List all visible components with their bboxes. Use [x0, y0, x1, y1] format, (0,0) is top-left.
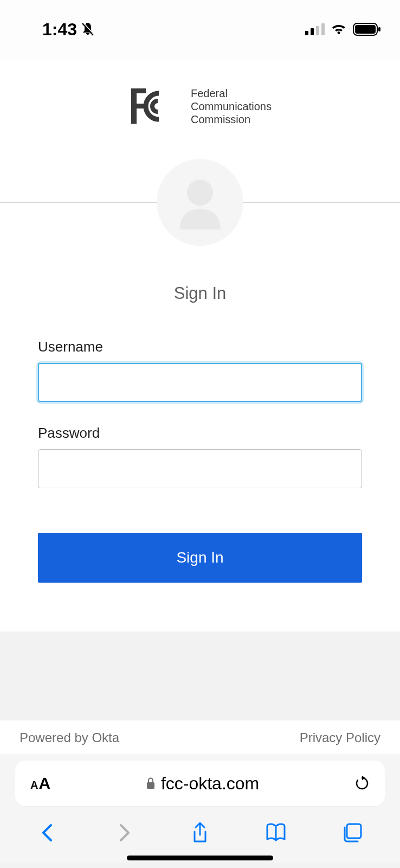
share-icon [188, 821, 212, 845]
svg-rect-8 [378, 27, 380, 31]
bookmarks-button[interactable] [262, 819, 289, 846]
logo-text: Federal Communications Commission [191, 87, 272, 126]
book-icon [264, 821, 288, 845]
share-button[interactable] [186, 819, 214, 846]
powered-by-text: Powered by Okta [20, 730, 119, 745]
password-label: Password [38, 425, 362, 442]
status-bar-right [305, 23, 381, 36]
battery-icon [353, 23, 381, 36]
status-bar-left: 1:43 [42, 20, 94, 40]
privacy-policy-link[interactable]: Privacy Policy [300, 730, 380, 745]
svg-rect-7 [355, 25, 376, 34]
tabs-button[interactable] [339, 819, 366, 846]
lock-icon [146, 777, 156, 789]
username-input[interactable] [38, 363, 362, 402]
cellular-signal-icon [305, 23, 325, 35]
svg-rect-2 [305, 31, 308, 35]
status-time: 1:43 [42, 20, 77, 40]
logo-header: Federal Communications Commission [0, 59, 400, 159]
footer-bar: Powered by Okta Privacy Policy [0, 720, 400, 755]
password-input[interactable] [38, 449, 362, 488]
chevron-right-icon [112, 821, 136, 845]
svg-rect-10 [147, 782, 154, 789]
logo-text-line2: Communications [191, 100, 272, 113]
avatar-divider [0, 159, 400, 246]
url-display: fcc-okta.com [50, 774, 354, 794]
wifi-icon [330, 23, 347, 35]
reload-icon[interactable] [354, 776, 370, 791]
svg-rect-11 [347, 824, 361, 838]
spacer [0, 631, 400, 720]
password-group: Password [38, 425, 362, 488]
avatar-silhouette-icon [175, 175, 226, 229]
username-group: Username [38, 339, 362, 402]
home-indicator[interactable] [127, 856, 273, 860]
username-label: Username [38, 339, 362, 355]
svg-rect-4 [316, 26, 319, 35]
svg-rect-5 [321, 23, 325, 35]
sign-in-title: Sign In [38, 284, 362, 303]
forward-button[interactable] [111, 819, 138, 846]
back-button[interactable] [34, 819, 61, 846]
font-size-button[interactable]: AA [30, 774, 50, 793]
browser-chrome: AA fcc-okta.com [0, 755, 400, 863]
url-bar[interactable]: AA fcc-okta.com [15, 761, 385, 806]
chevron-left-icon [36, 821, 60, 845]
sign-in-form: Sign In Username Password Sign In [0, 246, 400, 631]
svg-point-9 [187, 180, 213, 206]
fcc-logo-icon [128, 86, 175, 126]
status-bar: 1:43 [0, 0, 400, 59]
tabs-icon [340, 821, 364, 845]
svg-rect-3 [311, 28, 314, 35]
logo-text-line1: Federal [191, 87, 272, 100]
page-content: Federal Communications Commission Sign I… [0, 59, 400, 631]
avatar [157, 159, 243, 246]
logo-text-line3: Commission [191, 113, 272, 126]
url-text: fcc-okta.com [161, 774, 259, 794]
bell-muted-icon [81, 22, 94, 37]
sign-in-button[interactable]: Sign In [38, 533, 362, 583]
